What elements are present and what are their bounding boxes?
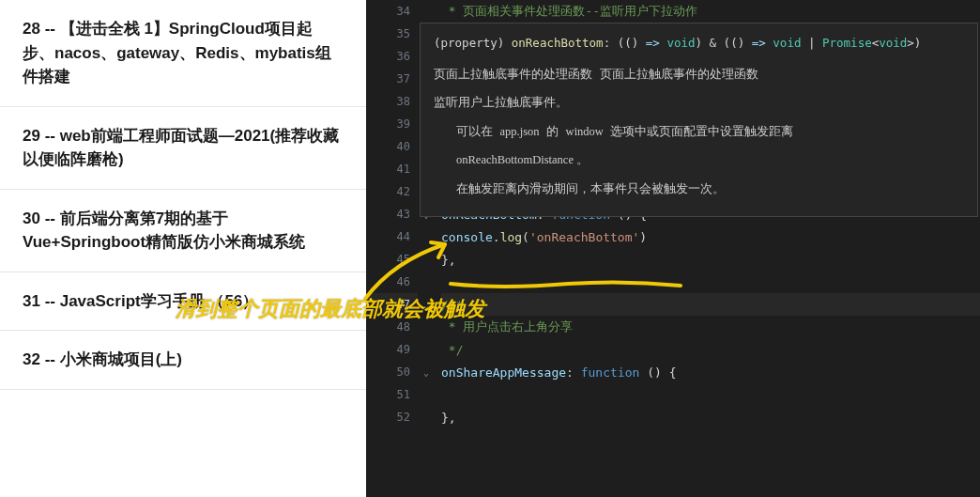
line-number: 35 [366, 23, 418, 45]
line-number: 39 [366, 113, 418, 135]
tooltip-desc-3: 可以在 app.json 的 window 选项中或页面配置中设置触发距离 [434, 121, 964, 143]
tooltip-desc-4: onReachBottomDistance 。 [434, 149, 964, 171]
line-number: 46 [366, 271, 418, 293]
line-gutter: 343536⌄37383940⌄414243⌄44454647⌄484950⌄5… [366, 0, 418, 497]
tooltip-desc-2: 监听用户上拉触底事件。 [434, 92, 964, 114]
code-line-49[interactable]: */ [441, 338, 980, 361]
line-number: 50⌄ [366, 361, 418, 383]
line-number: 43⌄ [366, 203, 418, 225]
tooltip-signature: (property) onReachBottom: (() => void) &… [434, 33, 964, 54]
line-number: 36⌄ [366, 45, 418, 68]
sidebar-item-31[interactable]: 31 -- JavaScript学习手册 （56） [0, 272, 366, 332]
line-number: 38 [366, 90, 418, 113]
code-line-44[interactable]: console.log('onReachBottom') [441, 225, 980, 248]
sidebar-item-30[interactable]: 30 -- 前后端分离第7期的基于Vue+Springboot精简版仿小米商城系… [0, 190, 366, 272]
code-line-47[interactable]: /** [441, 293, 980, 316]
code-comment: * 页面相关事件处理函数--监听用户下拉动作 [441, 3, 697, 20]
line-number: 37 [366, 68, 418, 90]
tooltip-desc-5: 在触发距离内滑动期间，本事件只会被触发一次。 [434, 179, 964, 200]
line-number: 45 [366, 248, 418, 271]
line-number: 34 [366, 0, 418, 23]
code-editor[interactable]: 343536⌄37383940⌄414243⌄44454647⌄484950⌄5… [366, 0, 980, 497]
sidebar-item-29[interactable]: 29 -- web前端工程师面试题—2021(推荐收藏以便临阵磨枪) [0, 107, 366, 190]
sidebar: 28 -- 【进击全栈 1】SpringCloud项目起步、nacos、gate… [0, 0, 366, 497]
tooltip-desc-1: 页面上拉触底事件的处理函数 页面上拉触底事件的处理函数 [434, 64, 964, 85]
line-number: 51 [366, 383, 418, 406]
line-number: 48 [366, 316, 418, 338]
line-number: 44 [366, 225, 418, 248]
code-line-45[interactable]: }, [441, 248, 980, 271]
code-line-50[interactable]: onShareAppMessage: function () { [441, 361, 980, 383]
line-number: 40⌄ [366, 135, 418, 158]
line-number: 49 [366, 338, 418, 361]
sidebar-item-32[interactable]: 32 -- 小米商城项目(上) [0, 331, 366, 390]
line-number: 47⌄ [366, 293, 418, 316]
code-line-52[interactable]: }, [441, 406, 980, 428]
line-number: 42 [366, 180, 418, 203]
code-area[interactable]: * 页面相关事件处理函数--监听用户下拉动作 onReachBottom: fu… [418, 0, 980, 497]
line-number: 52 [366, 406, 418, 428]
intellisense-tooltip: (property) onReachBottom: (() => void) &… [420, 23, 978, 217]
line-number: 41 [366, 158, 418, 180]
code-line-48[interactable]: * 用户点击右上角分享 [441, 316, 980, 338]
sidebar-item-28[interactable]: 28 -- 【进击全栈 1】SpringCloud项目起步、nacos、gate… [0, 0, 366, 107]
